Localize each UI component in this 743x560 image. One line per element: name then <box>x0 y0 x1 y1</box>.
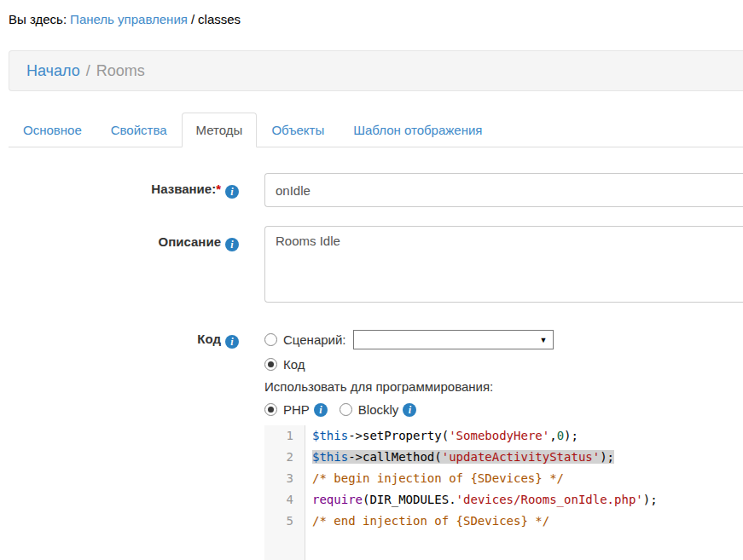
code-line[interactable]: 4require(DIR_MODULES.'devices/Rooms_onId… <box>264 489 743 511</box>
description-textarea[interactable]: Rooms Idle <box>264 226 743 303</box>
panel-home-link[interactable]: Начало <box>26 62 80 80</box>
name-input[interactable] <box>264 173 743 207</box>
php-radio[interactable] <box>264 403 277 416</box>
code-line[interactable]: 1$this->setProperty('SomebodyHere',0); <box>264 425 743 447</box>
code-editor[interactable]: 1$this->setProperty('SomebodyHere',0);2$… <box>264 425 743 560</box>
code-option-row: Код <box>264 357 743 372</box>
scenario-select[interactable]: ▼ <box>353 330 554 349</box>
info-icon[interactable] <box>403 403 416 417</box>
info-icon[interactable] <box>225 335 239 349</box>
scenario-option-row: Сценарий: ▼ <box>264 330 743 349</box>
name-label-col: Название:* <box>0 173 264 207</box>
scenario-label: Сценарий: <box>283 332 346 347</box>
line-number: 1 <box>264 425 305 447</box>
tab-objects[interactable]: Объекты <box>257 113 339 147</box>
code-lines: 1$this->setProperty('SomebodyHere',0);2$… <box>264 425 743 532</box>
php-label: PHP <box>283 402 310 417</box>
panel-heading: Начало / Rooms <box>9 50 743 91</box>
tab-methods[interactable]: Методы <box>182 113 258 147</box>
description-row: Описание Rooms Idle <box>0 226 743 303</box>
line-number: 2 <box>264 447 305 468</box>
blockly-label: Blockly <box>358 402 399 417</box>
breadcrumb-link-control-panel[interactable]: Панель управления <box>70 12 188 26</box>
code-row: Код Сценарий: ▼ Код Использовать для про… <box>0 330 743 560</box>
line-number: 5 <box>264 511 305 532</box>
description-label-col: Описание <box>0 226 264 303</box>
name-label: Название: <box>151 182 216 196</box>
page: { "breadcrumb": { "prefix": "Вы здесь:",… <box>0 0 743 560</box>
language-row: PHP Blockly <box>264 402 743 417</box>
panel-current-title: Rooms <box>96 62 145 80</box>
name-row: Название:* <box>0 173 743 207</box>
code-label-col: Код <box>0 330 264 560</box>
info-icon[interactable] <box>314 403 328 417</box>
breadcrumb: Вы здесь:Панель управления/classes <box>0 0 743 26</box>
code-line[interactable]: 2$this->callMethod('updateActivityStatus… <box>264 447 743 468</box>
tab-properties[interactable]: Свойства <box>96 113 182 147</box>
breadcrumb-separator: / <box>191 12 194 26</box>
required-mark: * <box>216 182 221 196</box>
code-line[interactable]: 3/* begin injection of {SDevices} */ <box>264 468 743 489</box>
code-radio[interactable] <box>264 358 277 371</box>
php-option: PHP <box>264 402 328 417</box>
tabs: ОсновноеСвойстваМетодыОбъектыШаблон отоб… <box>9 113 743 147</box>
breadcrumb-prefix: Вы здесь: <box>9 12 67 26</box>
blockly-radio[interactable] <box>340 403 352 416</box>
line-number: 3 <box>264 468 305 489</box>
scenario-radio[interactable] <box>264 333 277 346</box>
info-icon[interactable] <box>225 185 239 199</box>
panel-separator: / <box>86 62 90 80</box>
line-number: 4 <box>264 489 305 511</box>
blockly-option: Blockly <box>340 402 417 417</box>
description-label: Описание <box>159 234 221 249</box>
code-radio-label: Код <box>283 357 305 372</box>
code-label: Код <box>197 332 221 346</box>
breadcrumb-current: classes <box>198 12 241 26</box>
chevron-down-icon: ▼ <box>540 336 548 344</box>
code-line[interactable]: 5/* end injection of {SDevices} */ <box>264 511 743 532</box>
usage-text: Использовать для программирования: <box>264 379 743 394</box>
tab-main[interactable]: Основное <box>9 113 96 147</box>
info-icon[interactable] <box>225 238 239 251</box>
tab-template[interactable]: Шаблон отображения <box>339 113 496 147</box>
